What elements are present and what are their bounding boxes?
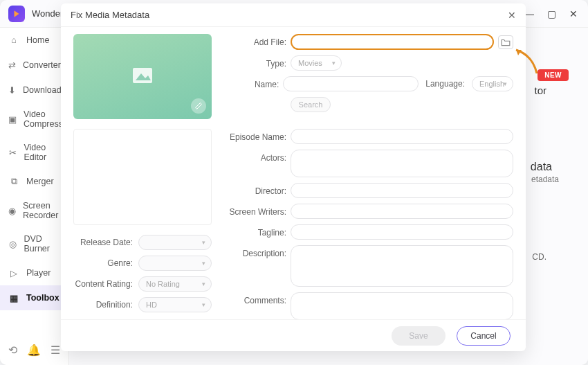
language-label: Language: (425, 79, 465, 89)
merge-icon: ⧉ (8, 176, 19, 187)
menu-icon[interactable]: ☰ (50, 344, 60, 357)
bg-heading: tor (534, 84, 546, 96)
description-input[interactable] (291, 245, 513, 287)
tagline-label: Tagline: (227, 224, 291, 238)
name-label: Name: (227, 76, 283, 89)
window-controls: — ▢ ✕ (523, 8, 580, 20)
description-label: Description: (227, 245, 291, 258)
meta-fields: Release Date: Genre: Content Rating: No … (73, 235, 212, 312)
sidebar-item-label: Merger (26, 177, 54, 186)
sidebar-item-label: DVD Burner (24, 234, 60, 253)
sidebar-item-label: Player (26, 268, 50, 278)
definition-label: Definition: (73, 300, 133, 310)
right-pane: Add File: Type: Movies Name: (224, 27, 526, 319)
sidebar-item-label: Converter (23, 60, 61, 70)
cancel-button[interactable]: Cancel (457, 326, 511, 346)
sidebar-item-toolbox[interactable]: ▦ Toolbox (0, 285, 68, 310)
modal-title: Fix Media Metadata (71, 10, 149, 20)
sidebar-item-converter[interactable]: ⇄ Converter (0, 53, 68, 78)
sidebar-item-screen-recorder[interactable]: ◉ Screen Recorder (0, 194, 68, 227)
edit-thumbnail-button[interactable] (191, 98, 206, 114)
new-badge: NEW (538, 68, 569, 80)
image-icon (133, 68, 152, 86)
definition-value: HD (146, 301, 157, 309)
rating-label: Content Rating: (73, 279, 133, 289)
app-title: Wonder (32, 8, 63, 19)
scissors-icon: ✂ (8, 147, 17, 158)
actors-input[interactable] (291, 150, 513, 177)
convert-icon: ⇄ (8, 60, 16, 71)
language-select[interactable]: English (472, 76, 513, 91)
sidebar-item-label: Home (26, 35, 49, 45)
search-button[interactable]: Search (291, 97, 331, 112)
new-badge-label: NEW (538, 69, 569, 81)
sidebar-item-label: Toolbox (26, 293, 59, 303)
fix-metadata-modal: Fix Media Metadata ✕ Release Date: (61, 3, 526, 351)
sidebar-item-label: Video Editor (24, 143, 60, 162)
sidebar-item-player[interactable]: ▷ Player (0, 260, 68, 285)
definition-select[interactable]: HD (138, 297, 212, 312)
episode-input[interactable] (291, 129, 513, 144)
episode-label: Episode Name: (227, 129, 291, 142)
modal-footer: Save Cancel (61, 319, 526, 351)
tagline-input[interactable] (291, 224, 513, 240)
modal-close-button[interactable]: ✕ (508, 10, 516, 21)
director-label: Director: (227, 183, 291, 196)
bg-text-2: etadata (531, 175, 559, 184)
sidebar-item-merger[interactable]: ⧉ Merger (0, 169, 68, 194)
comments-input[interactable] (291, 292, 513, 319)
sidebar-item-dvd-burner[interactable]: ◎ DVD Burner (0, 227, 68, 260)
cancel-label: Cancel (470, 331, 496, 341)
media-thumbnail (73, 34, 212, 119)
sidebar-item-video-compressor[interactable]: ▣ Video Compressor (0, 103, 68, 136)
grid-icon: ▦ (8, 292, 19, 303)
disc-icon: ◎ (8, 238, 17, 249)
bg-text-3: CD. (532, 252, 546, 262)
browse-folder-button[interactable] (498, 35, 513, 49)
play-icon: ▷ (8, 267, 19, 278)
record-icon: ◉ (8, 205, 16, 216)
language-value: English (479, 80, 504, 88)
actors-label: Actors: (227, 150, 291, 163)
left-pane: Release Date: Genre: Content Rating: No … (61, 27, 224, 319)
genre-label: Genre: (73, 258, 133, 268)
type-value: Movies (298, 59, 322, 67)
compress-icon: ▣ (8, 114, 17, 125)
search-label: Search (299, 100, 323, 109)
genre-select[interactable] (138, 256, 212, 271)
sidebar: ⌂ Home ⇄ Converter ⬇ Downloader ▣ Video … (0, 28, 69, 365)
close-button[interactable]: ✕ (567, 8, 580, 20)
writers-label: Screen Writers: (227, 204, 291, 217)
rating-select[interactable]: No Rating (138, 276, 212, 292)
bell-icon[interactable]: 🔔 (27, 344, 41, 357)
addfile-label: Add File: (227, 34, 291, 47)
name-input[interactable] (283, 76, 419, 91)
sidebar-item-downloader[interactable]: ⬇ Downloader (0, 78, 68, 103)
writers-input[interactable] (291, 204, 513, 219)
release-date-label: Release Date: (73, 238, 133, 247)
sidebar-item-label: Screen Recorder (23, 201, 60, 220)
refresh-icon[interactable]: ⟲ (8, 344, 17, 357)
add-file-input[interactable] (291, 34, 494, 50)
type-select[interactable]: Movies (291, 55, 342, 71)
director-input[interactable] (291, 183, 513, 198)
rating-value: No Rating (146, 280, 180, 288)
maximize-button[interactable]: ▢ (545, 8, 558, 20)
app-logo (8, 6, 25, 22)
download-icon: ⬇ (8, 84, 16, 96)
modal-body: Release Date: Genre: Content Rating: No … (61, 27, 526, 319)
bg-text-1: data (531, 161, 552, 173)
release-date-input[interactable] (138, 235, 212, 250)
comments-label: Comments: (227, 292, 291, 305)
sidebar-bottom: ⟲ 🔔 ☰ (0, 335, 68, 365)
save-label: Save (409, 331, 428, 341)
type-label: Type: (227, 55, 291, 69)
media-info-box (73, 129, 212, 225)
home-icon: ⌂ (8, 35, 19, 46)
save-button[interactable]: Save (392, 326, 445, 346)
main-window: Wonder — ▢ ✕ ⌂ Home ⇄ Converter ⬇ Downlo… (0, 0, 588, 365)
modal-header: Fix Media Metadata ✕ (61, 3, 526, 27)
sidebar-item-home[interactable]: ⌂ Home (0, 28, 68, 53)
sidebar-item-video-editor[interactable]: ✂ Video Editor (0, 136, 68, 169)
